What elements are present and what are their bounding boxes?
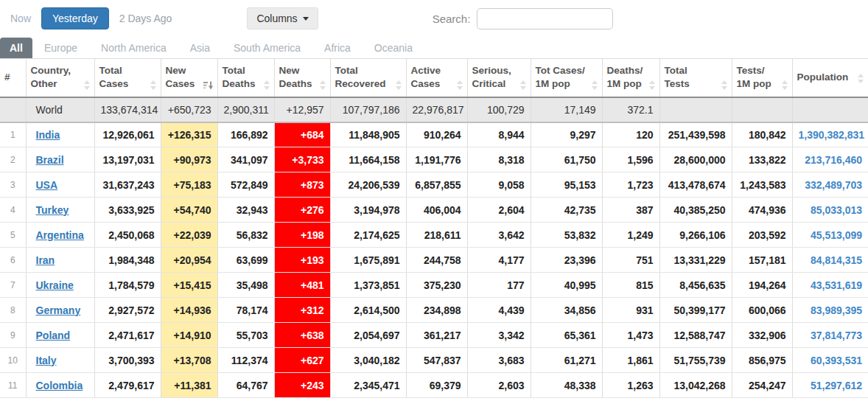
world-value-cell: 22,976,817 bbox=[406, 97, 467, 122]
new-deaths-cell: +684 bbox=[274, 122, 330, 147]
world-value-cell bbox=[659, 97, 732, 122]
country-link[interactable]: Italy bbox=[36, 355, 57, 366]
value-cell: 48,338 bbox=[531, 373, 602, 398]
now-button[interactable]: Now bbox=[10, 13, 31, 24]
tab-asia[interactable]: Asia bbox=[178, 38, 222, 58]
country-link[interactable]: India bbox=[36, 129, 60, 141]
value-cell: 3,194,978 bbox=[330, 198, 406, 223]
column-header-total-recovered[interactable]: TotalRecovered bbox=[330, 59, 406, 97]
value-cell: 251,439,598 bbox=[659, 122, 732, 147]
world-value-cell bbox=[792, 97, 868, 122]
table-row-usa: 3USA31,637,243+75,183572,849+87324,206,5… bbox=[0, 172, 868, 198]
value-cell: 2,603 bbox=[467, 373, 531, 398]
column-header-country-other[interactable]: Country,Other bbox=[26, 59, 94, 97]
column-header-label: ActiveCases bbox=[411, 64, 441, 91]
value-cell: 341,097 bbox=[217, 147, 274, 172]
world-value-cell: 100,729 bbox=[467, 97, 531, 122]
value-cell: 13,197,031 bbox=[94, 147, 161, 172]
columns-label: Columns bbox=[256, 13, 297, 24]
tab-all[interactable]: All bbox=[0, 38, 32, 58]
sort-both-icon bbox=[649, 80, 655, 90]
population-cell: 83,989,395 bbox=[792, 298, 868, 323]
country-name-cell: Ukraine bbox=[26, 273, 94, 298]
world-value-cell: 2,900,311 bbox=[217, 97, 274, 122]
column-header-label: TotalDeaths bbox=[223, 64, 256, 91]
population-link[interactable]: 1,390,382,831 bbox=[799, 129, 865, 141]
value-cell: 166,892 bbox=[217, 122, 274, 147]
value-cell: 1,249 bbox=[602, 223, 659, 248]
value-cell: 50,399,177 bbox=[659, 298, 732, 323]
sort-both-icon bbox=[858, 74, 864, 83]
sort-desc-amount-icon bbox=[203, 81, 213, 90]
search-input[interactable] bbox=[477, 8, 613, 29]
country-link[interactable]: Germany bbox=[36, 304, 81, 316]
column-header-: # bbox=[0, 59, 26, 97]
country-link[interactable]: Ukraine bbox=[36, 279, 74, 291]
value-cell: 375,230 bbox=[406, 273, 467, 298]
yesterday-button[interactable]: Yesterday bbox=[41, 7, 109, 29]
new-cases-cell: +14,910 bbox=[161, 323, 217, 348]
column-header-total-deaths[interactable]: TotalDeaths bbox=[217, 59, 274, 97]
population-link[interactable]: 84,814,315 bbox=[811, 254, 862, 266]
country-link[interactable]: Brazil bbox=[36, 154, 64, 166]
tab-europe[interactable]: Europe bbox=[32, 38, 89, 58]
column-header-serious-critical[interactable]: Serious,Critical bbox=[467, 59, 531, 97]
value-cell: 8,318 bbox=[467, 147, 531, 172]
columns-dropdown-button[interactable]: Columns bbox=[247, 7, 318, 29]
column-header-active-cases[interactable]: ActiveCases bbox=[406, 59, 467, 97]
new-deaths-cell: +873 bbox=[274, 172, 330, 198]
population-link[interactable]: 37,814,773 bbox=[811, 329, 862, 341]
country-link[interactable]: Poland bbox=[36, 329, 71, 341]
population-link[interactable]: 213,716,460 bbox=[805, 154, 862, 166]
value-cell: 53,832 bbox=[531, 223, 602, 248]
country-link[interactable]: Turkey bbox=[36, 204, 69, 216]
sort-both-icon bbox=[520, 80, 526, 90]
value-cell: 244,758 bbox=[406, 248, 467, 273]
population-link[interactable]: 332,489,703 bbox=[805, 179, 862, 191]
column-header-deaths-1m-pop[interactable]: Deaths/1M pop bbox=[602, 59, 659, 97]
two-days-ago-button[interactable]: 2 Days Ago bbox=[119, 13, 172, 24]
population-link[interactable]: 60,393,531 bbox=[811, 355, 862, 366]
sort-both-icon bbox=[150, 80, 156, 90]
tab-africa[interactable]: Africa bbox=[312, 38, 363, 58]
value-cell: 332,906 bbox=[732, 323, 792, 348]
tab-south-america[interactable]: South America bbox=[222, 38, 312, 58]
country-name-cell: USA bbox=[26, 172, 94, 198]
population-link[interactable]: 45,513,099 bbox=[811, 229, 862, 241]
value-cell: 2,927,572 bbox=[94, 298, 161, 323]
country-link[interactable]: USA bbox=[36, 179, 58, 191]
column-header-population[interactable]: Population bbox=[792, 59, 868, 97]
country-link[interactable]: Iran bbox=[36, 254, 55, 266]
value-cell: 61,750 bbox=[531, 147, 602, 172]
value-cell: 6,857,855 bbox=[406, 172, 467, 198]
value-cell: 95,153 bbox=[531, 172, 602, 198]
value-cell: 1,243,583 bbox=[732, 172, 792, 198]
column-header-total-cases[interactable]: TotalCases bbox=[94, 59, 161, 97]
column-header-tot-cases-1m-pop[interactable]: Tot Cases/1M pop bbox=[531, 59, 602, 97]
column-header-new-cases[interactable]: NewCases bbox=[161, 59, 217, 97]
column-header-label: Tot Cases/1M pop bbox=[536, 64, 585, 91]
value-cell: 3,342 bbox=[467, 323, 531, 348]
value-cell: 13,331,229 bbox=[659, 248, 732, 273]
column-header-new-deaths[interactable]: NewDeaths bbox=[274, 59, 330, 97]
population-link[interactable]: 83,989,395 bbox=[811, 304, 862, 316]
column-header-tests-1m-pop[interactable]: Tests/1M pop bbox=[732, 59, 792, 97]
column-header-total-tests[interactable]: TotalTests bbox=[659, 59, 732, 97]
value-cell: 63,699 bbox=[217, 248, 274, 273]
new-cases-cell: +11,381 bbox=[161, 373, 217, 398]
tab-oceania[interactable]: Oceania bbox=[363, 38, 424, 58]
population-link[interactable]: 85,033,013 bbox=[811, 204, 862, 216]
table-row-ukraine: 7Ukraine1,784,579+15,41535,498+4811,373,… bbox=[0, 273, 868, 298]
tab-north-america[interactable]: North America bbox=[89, 38, 178, 58]
country-name-cell: Argentina bbox=[26, 223, 94, 248]
value-cell: 34,856 bbox=[531, 298, 602, 323]
sort-both-icon bbox=[592, 80, 598, 90]
new-deaths-cell: +627 bbox=[274, 348, 330, 373]
rank-cell: 7 bbox=[0, 273, 26, 298]
population-link[interactable]: 51,297,612 bbox=[811, 380, 862, 391]
country-link[interactable]: Colombia bbox=[36, 380, 83, 391]
country-link[interactable]: Argentina bbox=[36, 229, 84, 241]
new-deaths-cell: +243 bbox=[274, 373, 330, 398]
new-deaths-cell: +3,733 bbox=[274, 147, 330, 172]
population-link[interactable]: 43,531,619 bbox=[811, 279, 862, 291]
